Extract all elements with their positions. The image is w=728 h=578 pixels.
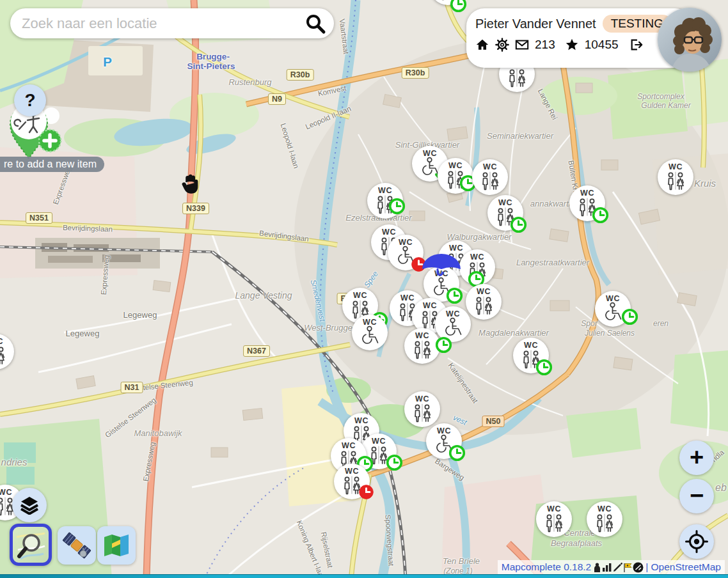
add-plus-icon[interactable] bbox=[39, 130, 61, 152]
add-item-tooltip: re to add a new item bbox=[0, 157, 104, 172]
open-hours-badge bbox=[535, 359, 553, 376]
toilets-marker[interactable]: WC bbox=[404, 391, 440, 427]
edit-pencil-icon[interactable] bbox=[613, 563, 622, 572]
wheelchair-toilet-marker[interactable]: WC bbox=[426, 423, 462, 459]
messages-envelope-icon[interactable] bbox=[515, 38, 529, 52]
marker-circle: WC bbox=[0, 334, 14, 370]
mapcomplete-version-link[interactable]: Mapcomplete 0.18.2 bbox=[502, 561, 591, 573]
geolocate-button[interactable] bbox=[679, 524, 714, 559]
open-hours-badge bbox=[592, 207, 609, 224]
svg-text:WC: WC bbox=[597, 504, 612, 513]
user-name: Pieter Vander Vennet bbox=[475, 17, 596, 31]
toilets-marker[interactable]: WC bbox=[472, 159, 508, 195]
open-hours-badge bbox=[435, 336, 452, 354]
svg-text:WC: WC bbox=[399, 238, 413, 247]
toilets-marker[interactable]: WC bbox=[487, 195, 523, 231]
contributor-icon[interactable] bbox=[593, 563, 601, 572]
license-badge-icon[interactable] bbox=[633, 562, 644, 573]
osm-map-magnifier-icon bbox=[14, 528, 47, 561]
open-hours-badge bbox=[621, 308, 638, 325]
search-input[interactable] bbox=[20, 15, 305, 33]
open-hours-badge bbox=[510, 216, 527, 233]
help-glyph: ? bbox=[24, 90, 35, 111]
svg-text:WC: WC bbox=[363, 318, 377, 327]
svg-text:WC: WC bbox=[0, 488, 12, 497]
statistics-icon[interactable] bbox=[602, 563, 612, 572]
stars-count: 10455 bbox=[585, 38, 619, 52]
bottom-theme-strip bbox=[0, 574, 728, 578]
svg-text:WC: WC bbox=[345, 467, 359, 476]
open-hours-badge bbox=[388, 198, 406, 215]
svg-text:WC: WC bbox=[423, 149, 437, 158]
svg-text:WC: WC bbox=[415, 394, 429, 403]
attribution-bar: Mapcomplete 0.18.2 | OpenStreetMap bbox=[498, 560, 725, 574]
toilets-marker[interactable]: WC bbox=[430, 0, 466, 5]
search-icon[interactable] bbox=[305, 13, 326, 35]
marker-circle: WC bbox=[472, 159, 508, 195]
svg-text:WC: WC bbox=[580, 189, 594, 198]
svg-text:WC: WC bbox=[606, 294, 620, 303]
closed-hours-badge bbox=[358, 483, 375, 501]
toilets-marker[interactable]: WC bbox=[513, 338, 549, 373]
toilets-marker[interactable]: WC bbox=[438, 158, 473, 194]
toilets-marker[interactable]: WC bbox=[587, 501, 622, 537]
toilets-marker[interactable]: WC bbox=[466, 284, 502, 320]
home-icon[interactable] bbox=[475, 38, 489, 52]
logout-icon[interactable] bbox=[629, 38, 644, 52]
wheelchair-toilet-marker[interactable]: WC bbox=[423, 266, 459, 302]
svg-text:WC: WC bbox=[446, 309, 460, 318]
svg-text:WC: WC bbox=[353, 291, 367, 300]
toilets-marker[interactable]: WC bbox=[536, 501, 572, 537]
svg-text:WC: WC bbox=[669, 162, 683, 171]
marker-circle: WC bbox=[466, 284, 502, 320]
crosshair-icon bbox=[685, 530, 708, 553]
toilets-marker[interactable]: WC bbox=[404, 328, 440, 364]
toilets-marker[interactable]: WC bbox=[0, 334, 14, 370]
folded-map-icon bbox=[102, 531, 131, 560]
marker-circle: WC bbox=[536, 501, 572, 537]
wheelchair-toilet-marker[interactable]: WC bbox=[595, 291, 631, 327]
svg-text:WC: WC bbox=[415, 331, 429, 340]
marker-circle: WC bbox=[352, 315, 388, 350]
satellite-icon bbox=[62, 531, 91, 560]
svg-text:WC: WC bbox=[437, 426, 451, 435]
svg-text:WC: WC bbox=[470, 253, 484, 262]
svg-text:WC: WC bbox=[378, 186, 392, 195]
osm-attribution-link[interactable]: | OpenStreetMap bbox=[645, 561, 721, 573]
toilets-marker[interactable]: WC bbox=[658, 159, 693, 195]
background-style-osm-button[interactable] bbox=[10, 524, 52, 566]
flag-icon[interactable] bbox=[623, 563, 632, 572]
svg-text:WC: WC bbox=[372, 437, 386, 446]
avatar[interactable] bbox=[658, 8, 722, 72]
toilets-marker[interactable]: WC bbox=[367, 183, 403, 219]
search-bar bbox=[10, 8, 334, 38]
svg-text:WC: WC bbox=[483, 162, 497, 171]
zoom-out-button[interactable]: − bbox=[679, 479, 714, 513]
open-hours-badge bbox=[446, 287, 463, 304]
svg-text:WC: WC bbox=[524, 341, 538, 350]
marker-circle: WC bbox=[658, 159, 693, 195]
messages-count: 213 bbox=[535, 38, 555, 52]
svg-text:WC: WC bbox=[0, 337, 3, 346]
svg-text:WC: WC bbox=[547, 504, 561, 513]
grab-hand-cursor-icon bbox=[181, 173, 199, 194]
background-style-satellite-button[interactable] bbox=[58, 526, 96, 565]
toilets-marker[interactable]: WC bbox=[459, 249, 495, 285]
wheelchair-toilet-marker[interactable]: WC bbox=[352, 315, 388, 350]
plus-glyph: + bbox=[690, 445, 704, 469]
open-hours-badge bbox=[386, 454, 403, 471]
mapcomplete-app: Brugge-Sint-PietersRustenburgSportcomple… bbox=[0, 0, 728, 578]
gear-icon[interactable] bbox=[495, 38, 509, 52]
wheelchair-toilet-marker[interactable]: WC bbox=[388, 235, 423, 270]
star-icon[interactable] bbox=[565, 38, 579, 52]
background-style-map-button[interactable] bbox=[97, 526, 136, 565]
marker-circle: WC bbox=[404, 391, 440, 427]
svg-text:WC: WC bbox=[354, 416, 368, 425]
toilets-marker[interactable]: WC bbox=[334, 464, 370, 499]
minus-glyph: − bbox=[690, 483, 704, 508]
svg-text:WC: WC bbox=[477, 287, 491, 296]
toilets-marker[interactable]: WC bbox=[569, 185, 605, 221]
zoom-in-button[interactable]: + bbox=[679, 441, 714, 475]
layers-button[interactable] bbox=[12, 488, 47, 522]
help-button[interactable]: ? bbox=[14, 84, 46, 116]
